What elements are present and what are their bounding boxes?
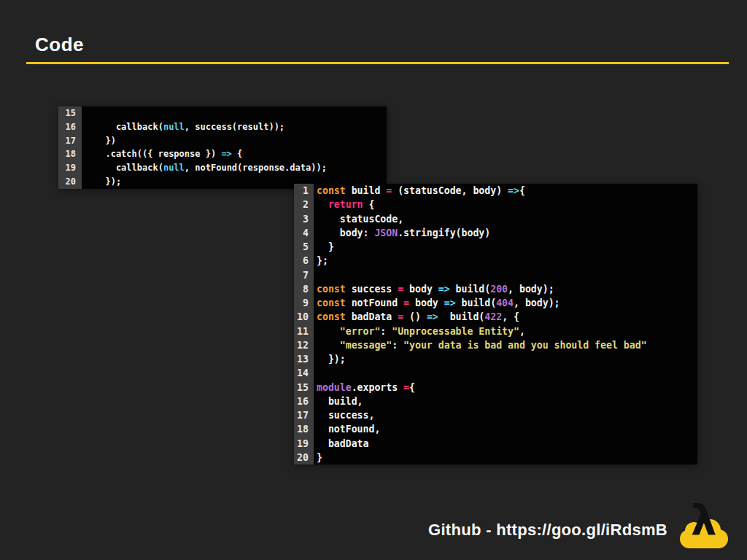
code-line: 14 <box>294 366 697 380</box>
code-line: 17 }) <box>58 134 387 148</box>
code-text: return { <box>314 198 697 211</box>
code-line: 16 build, <box>294 394 697 408</box>
line-number: 19 <box>294 437 314 451</box>
page-title: Code <box>35 34 84 55</box>
code-text: callback(null, success(result)); <box>82 120 387 134</box>
title-underline <box>26 62 729 64</box>
line-number: 9 <box>294 296 314 310</box>
code-line: 7 <box>294 268 697 282</box>
code-line: 16 callback(null, success(result)); <box>58 120 387 134</box>
line-number: 5 <box>294 240 314 254</box>
line-number: 16 <box>294 394 314 408</box>
code-text: const badData = () => build(422, { <box>314 310 697 324</box>
code-line: 5 } <box>294 240 697 254</box>
code-text: }; <box>314 254 697 268</box>
code-screenshot-callback: 1516 callback(null, success(result));17 … <box>58 106 387 189</box>
line-number: 15 <box>58 106 82 120</box>
line-number: 6 <box>294 254 314 268</box>
code-text: const build = (statusCode, body) =>{ <box>314 184 697 198</box>
code-text: } <box>314 240 697 254</box>
code-line: 6}; <box>294 254 697 268</box>
code-text: badData <box>314 437 697 451</box>
github-link[interactable]: Github - https://goo.gl/iRdsmB <box>428 521 667 540</box>
code-line: 2 return { <box>294 198 697 211</box>
line-number: 13 <box>294 352 314 366</box>
code-text: .catch(({ response }) => { <box>82 147 387 161</box>
code-text: callback(null, notFound(response.data)); <box>82 161 387 175</box>
line-number: 11 <box>294 324 314 338</box>
line-number: 16 <box>58 120 82 134</box>
code-text: module.exports ={ <box>314 381 697 394</box>
footer: Github - https://goo.gl/iRdsmB λ <box>428 508 728 552</box>
code-text <box>82 106 387 120</box>
line-number: 1 <box>294 184 314 198</box>
line-number: 12 <box>294 338 314 352</box>
code-screenshot-module: 1const build = (statusCode, body) =>{2 r… <box>294 184 697 464</box>
code-line: 3 statusCode, <box>294 212 697 226</box>
code-line: 20} <box>294 451 697 464</box>
code-text: notFound, <box>314 422 697 436</box>
code-text: const notFound = body => build(404, body… <box>314 296 697 310</box>
code-line: 12 "message": "your data is bad and you … <box>294 338 697 352</box>
line-number: 20 <box>58 175 82 189</box>
line-number: 18 <box>58 147 82 161</box>
code-line: 15module.exports ={ <box>294 381 697 394</box>
line-number: 17 <box>294 408 314 422</box>
code-line: 1const build = (statusCode, body) =>{ <box>294 184 697 198</box>
code-line: 18 notFound, <box>294 422 697 436</box>
code-text: body: JSON.stringify(body) <box>314 226 697 240</box>
lambda-glyph: λ <box>691 500 716 541</box>
line-number: 2 <box>294 198 314 211</box>
code-line: 8const success = body => build(200, body… <box>294 282 697 296</box>
code-line: 9const notFound = body => build(404, bod… <box>294 296 697 310</box>
code-text: } <box>314 451 697 464</box>
line-number: 19 <box>58 161 82 175</box>
code-text: }) <box>82 134 387 148</box>
code-text: "message": "your data is bad and you sho… <box>314 338 697 352</box>
line-number: 17 <box>58 134 82 148</box>
code-text <box>314 268 697 282</box>
line-number: 18 <box>294 422 314 436</box>
code-text: success, <box>314 408 697 422</box>
code-text: statusCode, <box>314 212 697 226</box>
code-line: 15 <box>58 106 387 120</box>
line-number: 10 <box>294 310 314 324</box>
code-line: 10const badData = () => build(422, { <box>294 310 697 324</box>
code-line: 19 badData <box>294 437 697 451</box>
code-line: 4 body: JSON.stringify(body) <box>294 226 697 240</box>
lambda-cloud-icon: λ <box>680 509 728 551</box>
line-number: 8 <box>294 282 314 296</box>
code-text: "error": "Unprocessable Entity", <box>314 324 697 338</box>
line-number: 7 <box>294 268 314 282</box>
code-line: 18 .catch(({ response }) => { <box>58 147 387 161</box>
slide: Code 1516 callback(null, success(result)… <box>0 0 747 560</box>
code-line: 11 "error": "Unprocessable Entity", <box>294 324 697 338</box>
line-number: 15 <box>294 381 314 394</box>
code-line: 13 }); <box>294 352 697 366</box>
line-number: 20 <box>294 451 314 464</box>
code-line: 19 callback(null, notFound(response.data… <box>58 161 387 175</box>
code-text: }); <box>314 352 697 366</box>
code-text: build, <box>314 394 697 408</box>
line-number: 14 <box>294 366 314 380</box>
code-line: 17 success, <box>294 408 697 422</box>
code-text: const success = body => build(200, body)… <box>314 282 697 296</box>
line-number: 4 <box>294 226 314 240</box>
code-text <box>314 366 697 380</box>
line-number: 3 <box>294 212 314 226</box>
